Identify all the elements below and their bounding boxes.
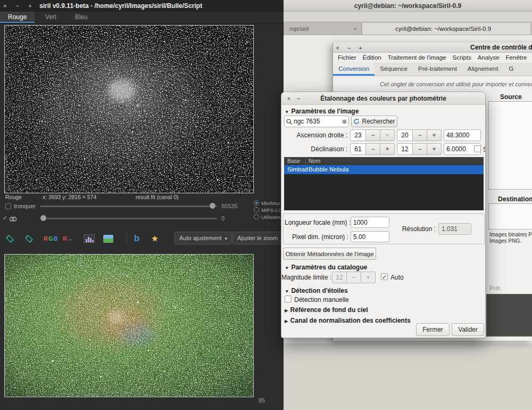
search-input[interactable] bbox=[294, 118, 340, 125]
tab-rouge[interactable]: Rouge bbox=[0, 12, 35, 23]
menu-traitement[interactable]: Traitement de l'image bbox=[385, 53, 450, 63]
minimize-icon[interactable]: − bbox=[344, 43, 353, 53]
menu-analyse[interactable]: Analyse bbox=[475, 53, 503, 63]
rgb-compositing-icon[interactable]: RGB bbox=[44, 232, 57, 245]
close-button[interactable]: Fermer bbox=[416, 323, 450, 336]
console-panel[interactable] bbox=[486, 294, 532, 337]
auto-adjust-dropdown[interactable]: Auto ajustement▾ bbox=[174, 232, 232, 244]
spin-decrement-button[interactable]: − bbox=[366, 129, 380, 141]
display-mode-group: Min/Max MIPS-LO Utilisateu bbox=[254, 199, 284, 222]
menu-aide[interactable]: Aide bbox=[530, 53, 532, 63]
menu-edition[interactable]: Édition bbox=[360, 53, 385, 63]
get-metadata-button[interactable]: Obtenir Métadonnées de l'image bbox=[283, 248, 376, 260]
auto-adjust-label: Auto ajustement bbox=[179, 235, 222, 241]
star-detection-header: Détection d'étoiles bbox=[291, 287, 347, 294]
star-icon[interactable]: ★ bbox=[151, 232, 158, 245]
channel-align-icon[interactable]: R↔ bbox=[63, 232, 73, 245]
tab-vert[interactable]: Vert bbox=[37, 12, 64, 23]
object-search-field[interactable]: ⊗ bbox=[284, 116, 349, 127]
terminal-tab-2[interactable]: cyril@debian: ~/workspace/Siril-0.9 bbox=[362, 22, 531, 35]
letter-b-icon[interactable]: b bbox=[134, 232, 139, 245]
radio-user[interactable] bbox=[254, 214, 259, 219]
column-base[interactable]: Base bbox=[287, 157, 300, 165]
layers-diamond-icon-2[interactable] bbox=[26, 232, 32, 245]
maximize-icon[interactable]: + bbox=[356, 43, 365, 53]
ra-minutes-value[interactable]: 20 bbox=[397, 129, 413, 141]
close-icon[interactable]: × bbox=[352, 26, 359, 33]
search-button[interactable]: Rechercher bbox=[351, 116, 397, 127]
dec-minutes-value[interactable]: 12 bbox=[397, 143, 413, 155]
column-nom[interactable]: Nom bbox=[309, 157, 320, 165]
ra-seconds-input[interactable] bbox=[444, 129, 481, 141]
expander-icon: ▶ bbox=[285, 308, 288, 313]
link-channels-icon[interactable] bbox=[9, 215, 17, 225]
auto-checkbox[interactable]: ✓ bbox=[381, 273, 388, 280]
close-icon[interactable]: × bbox=[285, 92, 293, 105]
tab-sequence[interactable]: Séquence bbox=[375, 63, 413, 76]
tab-alignement[interactable]: Alignement bbox=[462, 63, 504, 76]
spin-decrement-button[interactable]: − bbox=[413, 129, 427, 141]
background-reference-expander[interactable]: ▶Référence de fond du ciel bbox=[285, 306, 368, 314]
red-channel-image-view[interactable] bbox=[4, 25, 254, 193]
zoom-dropdown[interactable]: Ajuster le zoom▾ bbox=[232, 232, 284, 244]
normalization-expander[interactable]: ▶Canal de normalisation des coefficients bbox=[285, 317, 411, 324]
menu-scripts[interactable]: Scripts bbox=[449, 53, 474, 63]
source-list[interactable] bbox=[488, 101, 532, 190]
spin-increment-button[interactable]: + bbox=[427, 129, 442, 141]
cell-name: Bubble Nebula bbox=[309, 165, 348, 174]
slider-handle[interactable] bbox=[40, 215, 47, 222]
south-checkbox[interactable] bbox=[474, 145, 481, 152]
pixel-input[interactable] bbox=[351, 231, 389, 242]
dialog-titlebar[interactable]: × − Étalonnage des couleurs par photomét… bbox=[281, 92, 485, 105]
tab-conversion[interactable]: Conversion bbox=[333, 63, 375, 76]
status-channel: Rouge bbox=[5, 194, 22, 200]
minimize-icon[interactable]: − bbox=[12, 0, 22, 12]
tab-bleu[interactable]: Bleu bbox=[67, 12, 96, 23]
tab-clipped[interactable]: G bbox=[503, 63, 519, 76]
spin-decrement-button[interactable]: − bbox=[366, 143, 380, 155]
spin-increment-button[interactable]: + bbox=[427, 143, 442, 155]
spin-increment-button[interactable]: + bbox=[380, 143, 395, 155]
radio-mips-label: MIPS-LO bbox=[261, 207, 282, 213]
check-icon[interactable]: ✓ bbox=[3, 215, 7, 222]
expander-icon: ▼ bbox=[285, 265, 289, 270]
tab-pretraitement[interactable]: Pré-traitement bbox=[413, 63, 462, 76]
terminal-titlebar[interactable]: cyril@debian: ~/workspace/Siril-0.9 bbox=[284, 0, 532, 12]
focal-input[interactable] bbox=[351, 217, 389, 228]
ra-hours-value[interactable]: 23 bbox=[350, 129, 366, 141]
table-row[interactable]: Simbad Bubble Nebula bbox=[284, 165, 484, 174]
dec-degrees-value[interactable]: 61 bbox=[350, 143, 366, 155]
apply-button[interactable]: Valider bbox=[452, 323, 484, 336]
menu-fichier[interactable]: Fichier bbox=[335, 53, 360, 63]
image-preview-icon[interactable] bbox=[103, 232, 113, 245]
destination-panel[interactable] bbox=[488, 203, 532, 229]
spin-decrement-button[interactable]: − bbox=[413, 143, 427, 155]
close-icon[interactable]: × bbox=[333, 43, 342, 53]
low-level-slider[interactable] bbox=[40, 214, 217, 223]
close-icon[interactable]: × bbox=[0, 0, 10, 12]
catalog-results-table: Base Nom Simbad Bubble Nebula bbox=[284, 157, 484, 210]
high-level-slider[interactable] bbox=[40, 201, 217, 211]
radio-minmax[interactable] bbox=[254, 200, 259, 206]
clear-icon[interactable]: ⊗ bbox=[342, 118, 347, 125]
image-params-expander[interactable]: ▼Paramètres de l'image bbox=[285, 108, 359, 115]
terminal-tab-1[interactable]: mp/siril × bbox=[284, 22, 362, 35]
expander-icon: ▼ bbox=[285, 109, 289, 114]
spin-increment-button[interactable]: + bbox=[380, 129, 395, 141]
catalog-params-expander[interactable]: ▼Paramètres du catalogue bbox=[285, 264, 367, 271]
maximize-icon[interactable]: + bbox=[25, 0, 35, 12]
menu-fenetre[interactable]: Fenêtre bbox=[503, 53, 530, 63]
control-center-titlebar[interactable]: × − + Centre de contrôle d bbox=[333, 43, 532, 53]
radio-mips[interactable] bbox=[254, 207, 259, 212]
star-detection-expander[interactable]: ▼Détection d'étoiles bbox=[285, 287, 348, 294]
color-image-view[interactable] bbox=[4, 254, 254, 397]
minimize-icon[interactable]: − bbox=[294, 92, 303, 105]
control-center-title: Centre de contrôle d bbox=[470, 43, 532, 53]
layers-diamond-icon[interactable] bbox=[6, 232, 13, 245]
manual-detection-checkbox[interactable] bbox=[285, 296, 292, 302]
siril-titlebar[interactable]: × − + siril v0.9.11-beta - /home/cyril/I… bbox=[0, 0, 284, 12]
table-header[interactable]: Base Nom bbox=[284, 157, 484, 165]
histogram-icon[interactable] bbox=[84, 232, 95, 245]
truncate-checkbox[interactable] bbox=[5, 203, 11, 209]
slider-handle[interactable] bbox=[209, 202, 216, 209]
